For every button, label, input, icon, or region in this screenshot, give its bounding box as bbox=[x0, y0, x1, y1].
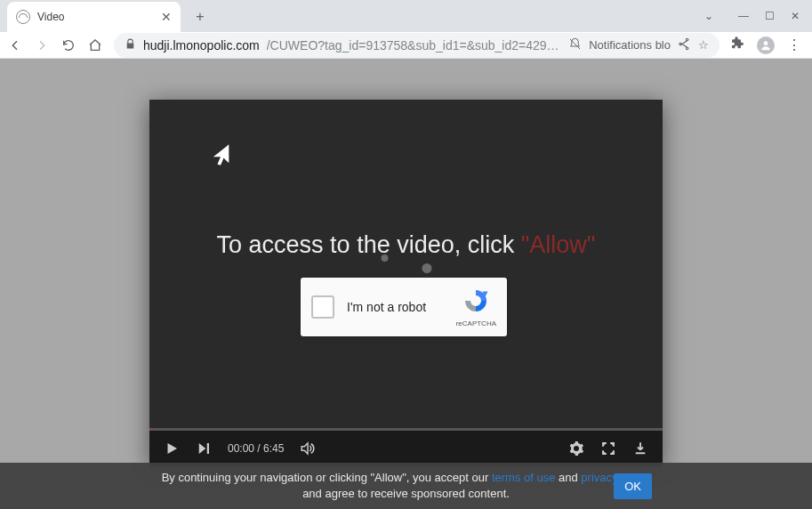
close-window-button[interactable]: ✕ bbox=[791, 10, 800, 22]
maximize-button[interactable]: ☐ bbox=[765, 10, 775, 22]
play-button[interactable] bbox=[164, 440, 180, 456]
video-area: To access to the video, click "Allow" I'… bbox=[149, 100, 663, 431]
download-button[interactable] bbox=[632, 440, 648, 456]
address-bar[interactable]: hudji.lmonopolic.com/CUWEO?tag_id=913758… bbox=[114, 33, 720, 58]
time-display: 00:00 / 6:45 bbox=[228, 442, 284, 455]
recaptcha-logo: reCAPTCHA bbox=[456, 287, 496, 327]
extensions-icon[interactable] bbox=[730, 36, 744, 54]
current-time: 00:00 bbox=[228, 442, 254, 455]
new-tab-button[interactable]: + bbox=[188, 4, 213, 29]
recaptcha-brand: reCAPTCHA bbox=[456, 319, 496, 327]
next-button[interactable] bbox=[196, 440, 212, 456]
consent-ok-button[interactable]: OK bbox=[614, 473, 652, 499]
video-player: To access to the video, click "Allow" I'… bbox=[149, 100, 663, 466]
tab-title: Video bbox=[37, 11, 64, 23]
recaptcha-checkbox[interactable] bbox=[311, 295, 334, 319]
svg-point-0 bbox=[764, 41, 768, 45]
overlay-prefix: To access to the video, click bbox=[217, 231, 521, 258]
browser-tab[interactable]: Video ✕ bbox=[7, 2, 181, 32]
consent-bar: By continuing your navigation or clickin… bbox=[0, 463, 812, 509]
minimize-button[interactable]: ― bbox=[738, 10, 749, 22]
recaptcha-widget: I'm not a robot reCAPTCHA bbox=[301, 278, 507, 336]
overlay-message: To access to the video, click "Allow" bbox=[149, 231, 663, 259]
recaptcha-label: I'm not a robot bbox=[347, 300, 426, 314]
page-content: To access to the video, click "Allow" I'… bbox=[0, 59, 812, 509]
volume-button[interactable] bbox=[300, 440, 316, 456]
window-controls: ⌄ ― ☐ ✕ bbox=[692, 0, 812, 32]
notifications-blocked-icon[interactable] bbox=[568, 37, 582, 53]
url-host: hudji.lmonopolic.com bbox=[143, 38, 260, 53]
cursor-icon bbox=[208, 142, 233, 171]
menu-button[interactable]: ⋮ bbox=[787, 36, 801, 53]
url-path: /CUWEO?tag_id=913758&sub_id1=&sub_id2=42… bbox=[267, 38, 561, 53]
bookmark-star-icon[interactable]: ☆ bbox=[698, 38, 709, 52]
reload-button[interactable] bbox=[60, 37, 76, 53]
tab-bar: Video ✕ + ⌄ ― ☐ ✕ bbox=[0, 0, 812, 32]
consent-text: By continuing your navigation or clickin… bbox=[157, 470, 655, 501]
fullscreen-button[interactable] bbox=[600, 440, 616, 456]
profile-avatar[interactable] bbox=[757, 36, 775, 54]
terms-link[interactable]: terms of use bbox=[492, 471, 556, 484]
close-tab-icon[interactable]: ✕ bbox=[161, 11, 172, 23]
player-controls: 00:00 / 6:45 bbox=[149, 431, 663, 466]
back-button[interactable] bbox=[7, 37, 23, 53]
home-button[interactable] bbox=[87, 37, 103, 53]
globe-icon bbox=[16, 10, 30, 24]
chevron-down-icon[interactable]: ⌄ bbox=[704, 10, 713, 22]
notifications-text: Notifications blo bbox=[589, 38, 671, 52]
share-icon[interactable] bbox=[678, 37, 691, 53]
browser-toolbar: hudji.lmonopolic.com/CUWEO?tag_id=913758… bbox=[0, 32, 812, 59]
lock-icon bbox=[125, 38, 136, 53]
settings-button[interactable] bbox=[568, 440, 584, 456]
forward-button[interactable] bbox=[34, 37, 50, 53]
duration: 6:45 bbox=[263, 442, 284, 455]
overlay-allow: "Allow" bbox=[521, 231, 596, 258]
